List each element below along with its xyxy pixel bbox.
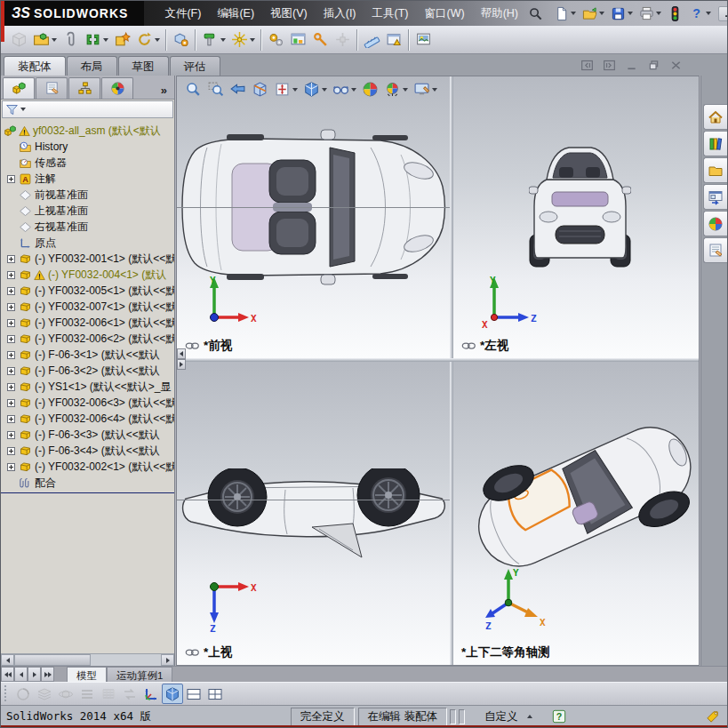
document-tab-0[interactable]: 模型 [67, 667, 107, 682]
split-left-icon[interactable] [578, 59, 596, 72]
tree-row-4[interactable]: 前视基准面 [1, 187, 174, 203]
interference-detection-icon[interactable] [383, 28, 405, 52]
panel-expand-button[interactable]: » [156, 84, 172, 99]
dropdown-caret-icon[interactable] [403, 88, 408, 92]
expand-icon[interactable] [7, 271, 15, 279]
scene-icon[interactable] [381, 79, 411, 100]
tree-row-20[interactable]: (-) F-06-3<4> (默认<<默认 [1, 443, 174, 459]
view-setting-icon[interactable] [411, 79, 440, 100]
dropdown-caret-icon[interactable] [250, 38, 255, 42]
help-icon[interactable]: ? [687, 5, 713, 22]
commandmanager-tab-1[interactable]: 布局 [67, 56, 117, 76]
viewport-left[interactable]: Y Z X *左视 [453, 76, 699, 358]
expand-icon[interactable] [7, 415, 15, 423]
menu-item-1[interactable]: 编辑(E) [209, 3, 262, 25]
appearance-icon[interactable] [359, 79, 381, 100]
first-tab-icon[interactable] [1, 667, 14, 682]
move-component-icon[interactable] [199, 28, 228, 52]
custom-properties-tab[interactable] [703, 237, 727, 263]
viewport-horizontal-splitter[interactable] [177, 358, 699, 362]
assembly-features-icon[interactable] [170, 28, 192, 52]
tree-row-0[interactable]: yf0032-all_asm (默认<默认 [1, 123, 174, 139]
open-part-icon[interactable] [30, 28, 60, 52]
tree-row-17[interactable]: (-) YF0032-006<3> (默认<<默 [1, 395, 174, 411]
menu-item-5[interactable]: 窗口(W) [417, 3, 473, 25]
appearances-tab[interactable] [703, 211, 727, 236]
car-model-rear-view[interactable] [529, 140, 631, 272]
next-tab-icon[interactable] [28, 667, 41, 682]
close-window-icon[interactable] [667, 59, 684, 72]
previous-tab-icon[interactable] [14, 667, 28, 682]
file-explorer-tab[interactable] [703, 157, 727, 183]
mate-icon[interactable] [82, 28, 111, 52]
two-view-icon[interactable] [183, 684, 204, 704]
commandmanager-tab-2[interactable]: 草图 [118, 56, 169, 76]
dropdown-caret-icon[interactable] [599, 12, 604, 15]
expand-icon[interactable] [7, 303, 15, 311]
tree-row-15[interactable]: (-) F-06-3<2> (默认<<默认 [1, 363, 174, 379]
dropdown-caret-icon[interactable] [155, 38, 160, 42]
hatch-icon[interactable] [98, 684, 119, 704]
dropdown-caret-icon[interactable] [351, 88, 356, 92]
viewport-top[interactable]: X Z *上视 [177, 362, 450, 665]
save-document-icon[interactable] [609, 5, 635, 22]
split-right-icon[interactable] [600, 59, 618, 72]
configurationmanager-tab[interactable] [68, 77, 100, 99]
car-model-side-view[interactable] [179, 468, 449, 568]
layers-icon[interactable] [34, 684, 55, 704]
expand-icon[interactable] [7, 431, 15, 439]
single-view-icon[interactable] [162, 684, 183, 704]
dropdown-caret-icon[interactable] [292, 88, 298, 92]
dropdown-caret-icon[interactable] [432, 88, 437, 92]
menu-item-3[interactable]: 插入(I) [316, 3, 364, 25]
scroll-right-icon[interactable] [161, 654, 174, 666]
dropdown-caret-icon[interactable] [571, 12, 576, 15]
tree-row-19[interactable]: (-) F-06-3<3> (默认<<默认 [1, 427, 174, 443]
axes-icon[interactable] [140, 684, 162, 704]
selection-filter-icon[interactable] [666, 5, 684, 22]
splitter-collapse-right-icon[interactable] [177, 359, 186, 370]
tree-row-2[interactable]: 传感器 [1, 155, 174, 171]
menu-item-6[interactable]: 帮助(H) [473, 3, 526, 25]
dropdown-caret-icon[interactable] [322, 88, 327, 92]
expand-icon[interactable] [7, 335, 15, 343]
filter-icon[interactable] [5, 103, 19, 116]
four-view-icon[interactable] [204, 684, 226, 704]
status-unit-selector[interactable]: 自定义 [477, 708, 540, 725]
tree-row-8[interactable]: (-) YF0032-001<1> (默认<<默 [1, 251, 174, 267]
toolbar-grip[interactable] [4, 685, 8, 703]
featuremanager-tab[interactable] [3, 77, 35, 99]
dropdown-caret-icon[interactable] [220, 38, 226, 42]
tree-row-11[interactable]: (-) YF0032-007<1> (默认<<默 [1, 299, 174, 315]
hide-show-items-icon[interactable] [330, 79, 359, 100]
open-document-icon[interactable] [580, 5, 606, 22]
tree-row-14[interactable]: (-) F-06-3<1> (默认<<默认 [1, 347, 174, 363]
tree-row-16[interactable]: (-) YS1<1> (默认<<默认>_显 [1, 379, 174, 395]
commandmanager-tab-0[interactable]: 装配体 [4, 56, 66, 76]
displaymanager-tab[interactable] [101, 77, 133, 99]
expand-icon[interactable] [7, 287, 15, 295]
viewport-front[interactable]: Y X *前视 [177, 76, 450, 358]
motion-study-icon[interactable] [265, 28, 287, 52]
view-orientation-icon[interactable] [271, 79, 300, 100]
filter-dropdown-icon[interactable] [20, 108, 26, 111]
car-model-isometric-view[interactable] [469, 408, 699, 586]
tree-row-7[interactable]: 原点 [1, 235, 174, 251]
commandmanager-tab-3[interactable]: 评估 [170, 56, 220, 76]
previous-view-icon[interactable] [227, 79, 249, 100]
exploded-view-icon[interactable] [332, 28, 354, 52]
quick-tips-icon[interactable]: ? [552, 709, 566, 724]
viewport-vertical-splitter[interactable] [450, 76, 453, 665]
search-icon[interactable] [528, 4, 543, 22]
splitter-collapse-left-icon[interactable] [177, 348, 186, 359]
dropdown-caret-icon[interactable] [103, 38, 108, 42]
tree-horizontal-scrollbar[interactable] [1, 653, 174, 666]
sync-views-icon[interactable] [119, 684, 140, 704]
expand-icon[interactable] [7, 399, 15, 407]
viewport-isometric[interactable]: Y X Z *上下二等角轴测 [453, 362, 699, 665]
last-tab-icon[interactable] [41, 667, 54, 682]
section-view-icon[interactable] [249, 79, 271, 100]
line-style-icon[interactable] [76, 684, 98, 704]
insert-component-icon[interactable] [8, 28, 30, 52]
scroll-thumb[interactable] [14, 654, 91, 666]
